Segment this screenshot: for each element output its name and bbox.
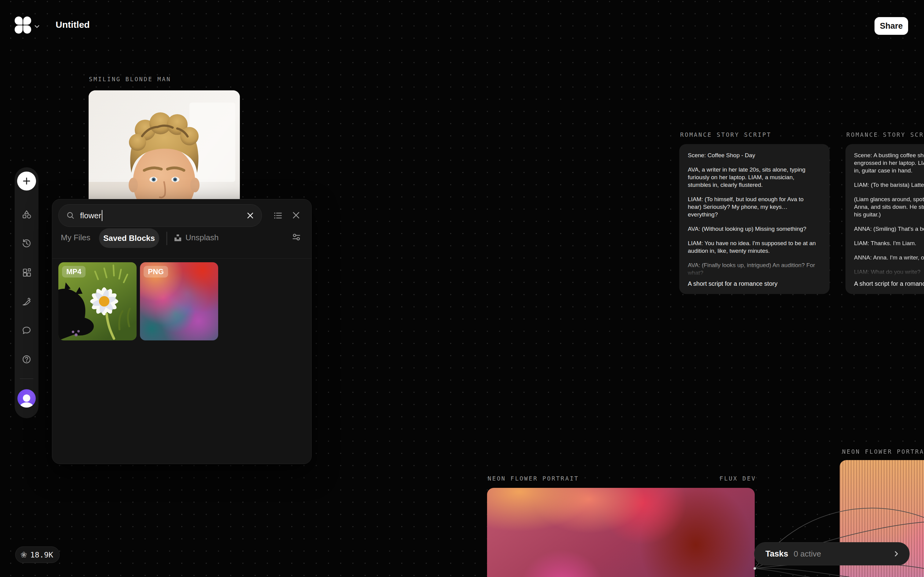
image-card-label: NEON FLOWER PORTRAIT — [842, 448, 924, 455]
script-card-label: ROMANCE STORY SCRIPT — [846, 131, 924, 138]
list-view-icon[interactable] — [273, 210, 283, 221]
sidebar-divider — [20, 379, 33, 379]
shapes-icon — [21, 209, 32, 219]
asset-search-panel: flower My Files Saved Blocks — [52, 199, 312, 464]
shapes-tool-button[interactable] — [21, 209, 32, 219]
file-type-badge: MP4 — [62, 266, 86, 277]
search-icon — [66, 211, 75, 220]
chevron-down-icon[interactable] — [32, 22, 42, 31]
script-card-label: ROMANCE STORY SCRIPT — [680, 131, 772, 138]
script-prompt-caption: A short script for a romance story — [854, 280, 924, 287]
script-card[interactable]: Scene: Coffee Shop - Day AVA, a writer i… — [679, 144, 830, 294]
infinite-canvas[interactable]: SMILING BLONDE MAN — [0, 0, 924, 577]
neon-flower-image-card[interactable] — [487, 488, 755, 577]
tab-unsplash[interactable]: Unsplash — [174, 233, 218, 242]
tab-separator — [166, 232, 167, 245]
photo-card-label: SMILING BLONDE MAN — [89, 76, 171, 82]
history-button[interactable] — [21, 238, 32, 248]
search-query: flower — [80, 211, 101, 221]
image-card-label: NEON FLOWER PORTRAIT — [488, 475, 579, 482]
tab-my-files[interactable]: My Files — [61, 233, 90, 242]
result-thumbnail-image[interactable]: PNG — [140, 262, 218, 340]
tasks-title: Tasks — [766, 549, 788, 559]
tab-saved-blocks[interactable]: Saved Blocks — [99, 228, 159, 248]
result-thumbnail-video[interactable]: MP4 — [58, 262, 137, 340]
clear-search-icon[interactable] — [246, 211, 254, 219]
close-panel-icon[interactable] — [291, 210, 301, 220]
text-caret — [102, 210, 102, 221]
paint-style-button[interactable] — [21, 296, 32, 306]
document-title[interactable]: Untitled — [56, 19, 90, 30]
script-prompt-caption: A short script for a romance story — [688, 280, 777, 287]
help-button[interactable] — [21, 354, 32, 364]
credits-value: 18.9K — [30, 550, 53, 559]
credits-counter[interactable]: ❀ 18.9K — [15, 546, 60, 563]
flower-credits-icon: ❀ — [21, 551, 27, 559]
tasks-status: 0 active — [794, 549, 821, 559]
source-tabs: My Files Saved Blocks Unsplash — [52, 229, 311, 250]
chat-feedback-button[interactable] — [21, 325, 32, 335]
question-mark-icon — [21, 354, 32, 364]
file-type-badge: PNG — [144, 266, 168, 277]
search-input[interactable]: flower — [58, 204, 262, 227]
filter-sliders-icon[interactable] — [291, 232, 302, 242]
script-footer-fade — [845, 257, 924, 294]
blocks-icon — [21, 267, 32, 277]
chevron-right-icon[interactable] — [892, 549, 901, 558]
add-block-button[interactable] — [17, 172, 36, 190]
blocks-library-button[interactable] — [21, 267, 32, 277]
history-icon — [21, 238, 32, 248]
app-logo[interactable] — [15, 16, 31, 34]
tasks-panel[interactable]: Tasks 0 active — [754, 542, 909, 566]
search-results: MP4 PNG — [52, 258, 311, 259]
plus-icon — [22, 176, 31, 186]
user-avatar[interactable] — [18, 389, 36, 408]
script-card[interactable]: Scene: A bustling coffee shop. ANNA sits… — [845, 144, 924, 294]
unsplash-icon — [174, 234, 182, 242]
chat-bubble-icon — [21, 325, 32, 335]
share-button[interactable]: Share — [874, 17, 908, 35]
paintbrush-icon — [21, 296, 32, 306]
model-badge: FLUX DEV — [720, 475, 756, 482]
toolbar-sidebar — [15, 167, 39, 418]
script-footer-fade — [679, 257, 830, 294]
